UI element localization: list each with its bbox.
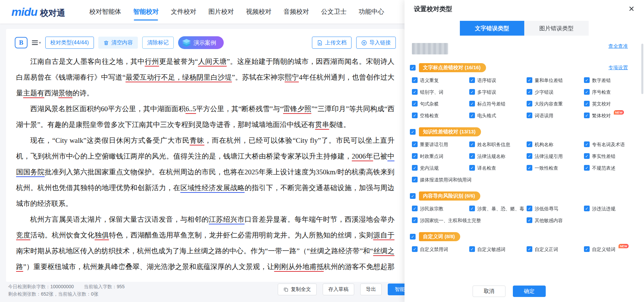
checkbox-item[interactable]: ✓少字错误: [527, 89, 584, 95]
checkbox-checked-icon[interactable]: ✓: [412, 206, 418, 211]
checkbox-item[interactable]: ✓涉低俗辱骂: [527, 206, 584, 212]
checkbox-item[interactable]: ✓涉国家统一、主权和领土完整: [412, 217, 527, 223]
checkbox-checked-icon[interactable]: ✓: [412, 89, 418, 95]
checkbox-item[interactable]: ✓法律法规名称: [469, 153, 527, 159]
checkbox-checked-icon[interactable]: ✓: [584, 141, 590, 147]
checkbox-checked-icon[interactable]: ✓: [584, 89, 590, 95]
error-mark[interactable]: 独俱: [95, 231, 109, 239]
checkbox-checked-icon[interactable]: ✓: [527, 141, 532, 147]
checkbox-checked-icon[interactable]: ✓: [527, 89, 532, 95]
checkbox-checked-icon[interactable]: ✓: [584, 153, 590, 159]
checkbox-item[interactable]: ✓词语误用: [527, 113, 584, 119]
checkbox-item[interactable]: ✓量和单位差错: [527, 77, 584, 83]
error-mark[interactable]: 2006年: [352, 152, 373, 160]
cancel-button[interactable]: 取消: [473, 286, 505, 297]
error-mark[interactable]: 6..5: [185, 105, 196, 113]
checkbox-item[interactable]: ✓涉黄、暴、恐、赌、毒: [469, 206, 527, 212]
checkbox-checked-icon[interactable]: ✓: [469, 206, 475, 211]
nav-item-smart[interactable]: 智能校对: [133, 0, 159, 24]
checkbox-item[interactable]: ✓数字差错: [584, 77, 641, 83]
checkbox-item[interactable]: ✓多字错误: [469, 89, 527, 95]
checkbox-item[interactable]: ✓句式杂糅: [412, 101, 469, 107]
checkbox-item[interactable]: ✓标点符号差错: [469, 101, 527, 107]
nav-item-file[interactable]: 文件校对: [171, 0, 196, 24]
checkbox-checked-icon[interactable]: ✓: [412, 141, 418, 147]
checkbox-item[interactable]: ✓媒体报道禁用词和慎用词: [412, 177, 527, 183]
checkbox-item[interactable]: ✓繁体校对NEW: [584, 113, 641, 119]
checkbox-checked-icon[interactable]: ✓: [412, 165, 418, 171]
close-icon[interactable]: ✕: [629, 5, 635, 13]
nav-item-gongwen[interactable]: 公文卫士: [321, 0, 346, 24]
checkbox-checked-icon[interactable]: ✓: [584, 165, 590, 171]
checkbox-checked-icon[interactable]: ✓: [412, 101, 418, 106]
checkbox-checked-icon[interactable]: ✓: [469, 101, 475, 106]
checkbox-checked-icon[interactable]: ✓: [410, 65, 416, 71]
checkbox-item[interactable]: ✓语义重复: [412, 77, 469, 83]
panel-scrollbar[interactable]: [641, 44, 643, 94]
nav-item-center[interactable]: 功能中心: [359, 0, 384, 24]
checkbox-checked-icon[interactable]: ✓: [412, 217, 418, 223]
checkbox-item[interactable]: ✓姓名和职务信息: [469, 141, 527, 147]
error-mark[interactable]: 雷锋夕照: [283, 105, 311, 113]
checkbox-item[interactable]: ✓英文校对: [584, 101, 641, 107]
error-mark[interactable]: 景物: [58, 89, 72, 97]
checkbox-checked-icon[interactable]: ✓: [527, 153, 532, 159]
checkbox-item[interactable]: ✓重要讲话引用: [412, 141, 469, 147]
checkbox-checked-icon[interactable]: ✓: [527, 206, 532, 211]
checkbox-item[interactable]: ✓自定义正词: [527, 246, 584, 252]
checkbox-item[interactable]: ✓事实性差错: [584, 153, 641, 159]
checkbox-item[interactable]: ✓自定义错词NEW: [584, 246, 641, 252]
error-mark[interactable]: 区域性经济发展战略: [180, 184, 245, 192]
outline-list-button[interactable]: ▾: [32, 40, 41, 45]
checkbox-checked-icon[interactable]: ✓: [584, 77, 590, 83]
error-mark[interactable]: 行州: [145, 57, 159, 66]
checkbox-item[interactable]: ✓自定义敏感词: [469, 246, 527, 252]
clear-marks-button[interactable]: 清除标记: [142, 37, 174, 49]
checkbox-checked-icon[interactable]: ✓: [412, 77, 418, 83]
checkbox-item[interactable]: ✓序号检查: [584, 89, 641, 95]
error-mark[interactable]: 贯串: [315, 121, 329, 129]
checkbox-checked-icon[interactable]: ✓: [527, 246, 532, 252]
error-mark[interactable]: 竞度: [16, 231, 31, 239]
checkbox-checked-icon[interactable]: ✓: [584, 206, 590, 211]
nav-item-video[interactable]: 视频校对: [246, 0, 271, 24]
tab-text-errors[interactable]: 文字错误类型: [460, 21, 524, 36]
upload-doc-button[interactable]: 上传文档: [312, 37, 352, 49]
nav-item-audio[interactable]: 音频校对: [283, 0, 309, 24]
error-mark[interactable]: 源自于: [373, 231, 394, 239]
app-logo[interactable]: midu 校对通: [11, 5, 65, 18]
checkbox-checked-icon[interactable]: ✓: [412, 246, 418, 252]
checkbox-item[interactable]: ✓空格检查: [412, 113, 469, 119]
check-type-button[interactable]: 校对类型(44/44): [45, 37, 94, 49]
checkbox-checked-icon[interactable]: ✓: [584, 113, 590, 118]
checkbox-checked-icon[interactable]: ✓: [469, 165, 475, 171]
error-mark[interactable]: 熙宁: [285, 73, 299, 81]
checkbox-checked-icon[interactable]: ✓: [584, 246, 590, 252]
checkbox-item[interactable]: ✓译名检查: [469, 165, 527, 171]
checkbox-item[interactable]: ✓错别字、词: [412, 89, 469, 95]
checkbox-item[interactable]: ✓一致性检查: [527, 165, 584, 171]
checkbox-item[interactable]: ✓机构名称: [527, 141, 584, 147]
checkbox-checked-icon[interactable]: ✓: [469, 77, 475, 83]
checkbox-item[interactable]: ✓不规范表述: [584, 165, 641, 171]
nav-item-image[interactable]: 图片校对: [208, 0, 234, 24]
error-mark[interactable]: 人间天塘: [198, 57, 227, 66]
checkbox-item[interactable]: ✓电头格式: [469, 113, 527, 119]
error-mark[interactable]: 江苏绍兴市: [209, 215, 245, 223]
checkbox-checked-icon[interactable]: ✓: [527, 217, 532, 223]
export-button[interactable]: 导出: [360, 284, 382, 295]
checkbox-item[interactable]: ✓涉违法违规: [584, 206, 641, 212]
special-settings-link[interactable]: 专项设置: [608, 64, 628, 71]
save-draft-button[interactable]: 存入草稿: [323, 284, 354, 295]
checkbox-checked-icon[interactable]: ✓: [412, 113, 418, 118]
checkbox-checked-icon[interactable]: ✓: [469, 141, 475, 147]
checkbox-checked-icon[interactable]: ✓: [469, 246, 475, 252]
brand-b-icon[interactable]: B: [15, 37, 28, 48]
checkbox-checked-icon[interactable]: ✓: [527, 101, 532, 106]
checkbox-item[interactable]: ✓涉民族宗教: [412, 206, 469, 212]
checkbox-item[interactable]: ✓语序错误: [469, 77, 527, 83]
error-mark[interactable]: 青昧: [190, 136, 204, 144]
checkbox-checked-icon[interactable]: ✓: [410, 193, 416, 199]
checkbox-checked-icon[interactable]: ✓: [469, 89, 475, 95]
checkbox-item[interactable]: ✓其他敏感内容: [527, 217, 584, 223]
